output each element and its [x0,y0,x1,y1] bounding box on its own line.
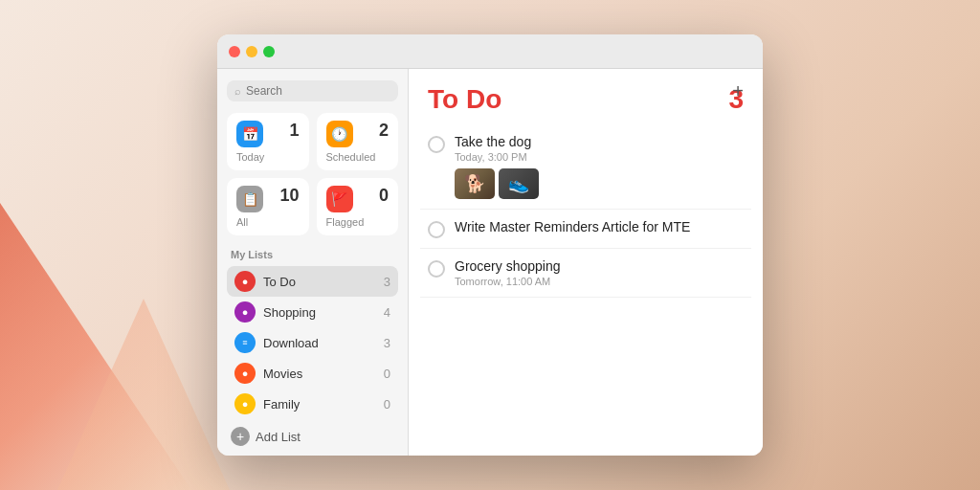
title-bar [217,34,763,69]
task-item: Take the dog Today, 3:00 PM [420,124,751,210]
add-list-icon: + [231,427,250,446]
shopping-name: Shopping [263,305,376,320]
task-checkbox-1[interactable] [428,136,445,153]
scheduled-count: 2 [379,121,389,141]
task-item: Write Master Reminders Article for MTE [420,210,751,249]
family-count: 0 [384,397,390,412]
movies-name: Movies [263,367,376,381]
movies-dot: ● [234,363,256,384]
smart-list-scheduled[interactable]: 🕐 2 Scheduled [317,113,399,170]
task-date-1: Today, 3:00 PM [455,151,744,163]
flagged-label: Flagged [326,216,390,228]
family-name: Family [263,397,376,412]
todo-count: 3 [384,275,390,289]
smart-list-today[interactable]: 📅 1 Today [227,113,309,170]
task-item: Grocery shopping Tomorrow, 11:00 AM [420,249,751,298]
shopping-dot: ● [234,301,256,323]
scheduled-label: Scheduled [326,151,390,163]
download-count: 3 [384,336,390,350]
all-label: All [236,216,300,228]
search-icon: ⌕ [234,85,241,97]
detail-title: To Do [428,84,501,115]
list-item-shopping[interactable]: ● Shopping 4 [227,297,398,327]
today-label: Today [236,151,300,163]
smart-lists: 📅 1 Today 🕐 2 Scheduled 📋 10 [227,113,398,235]
task-name-2: Write Master Reminders Article for MTE [455,219,744,234]
scheduled-icon: 🕐 [326,121,353,147]
main-content: ⌕ 📅 1 Today 🕐 2 Scheduled [217,69,763,456]
all-count: 10 [279,186,299,206]
task-list: Take the dog Today, 3:00 PM Write Master… [409,124,763,456]
task-content-2: Write Master Reminders Article for MTE [455,219,744,236]
list-item-family[interactable]: ● Family 0 [227,389,398,419]
smart-list-all[interactable]: 📋 10 All [227,178,309,235]
task-images-1 [455,168,744,199]
list-item-movies[interactable]: ● Movies 0 [227,358,398,389]
todo-dot: ● [234,271,256,292]
traffic-lights [229,46,275,57]
shopping-count: 4 [384,305,390,320]
task-thumb-shoe [499,168,539,199]
today-count: 1 [289,121,299,141]
all-icon: 📋 [236,186,263,212]
close-button[interactable] [229,46,240,57]
task-checkbox-2[interactable] [428,221,445,238]
search-input[interactable] [246,84,390,98]
download-name: Download [263,336,376,350]
task-content-1: Take the dog Today, 3:00 PM [455,134,744,199]
task-name-1: Take the dog [455,134,744,149]
family-dot: ● [234,393,256,414]
my-lists-label: My Lists [227,249,398,260]
add-list-button[interactable]: + Add List [227,419,398,454]
task-thumb-dog [455,168,495,199]
detail-header: To Do 3 [409,69,763,124]
app-window: ⌕ 📅 1 Today 🕐 2 Scheduled [217,34,763,456]
flagged-count: 0 [379,186,389,206]
list-item-todo[interactable]: ● To Do 3 [227,266,398,297]
search-bar[interactable]: ⌕ [227,80,398,101]
detail-panel: To Do 3 Take the dog Today, 3:00 PM [409,69,763,456]
maximize-button[interactable] [263,46,275,57]
my-lists-section: My Lists ● To Do 3 ● Shopping 4 ≡ Downlo… [227,249,398,419]
add-task-button[interactable]: + [724,77,751,106]
download-dot: ≡ [234,332,256,353]
task-checkbox-3[interactable] [428,260,445,278]
today-icon: 📅 [236,121,263,147]
task-date-3: Tomorrow, 11:00 AM [455,276,744,287]
add-list-label: Add List [256,430,301,444]
todo-name: To Do [263,275,376,289]
flagged-icon: 🚩 [326,186,353,212]
movies-count: 0 [384,367,390,381]
sidebar: ⌕ 📅 1 Today 🕐 2 Scheduled [217,69,409,456]
smart-list-flagged[interactable]: 🚩 0 Flagged [317,178,399,235]
task-content-3: Grocery shopping Tomorrow, 11:00 AM [455,258,744,287]
minimize-button[interactable] [246,46,257,57]
task-name-3: Grocery shopping [455,258,744,274]
list-item-download[interactable]: ≡ Download 3 [227,327,398,358]
